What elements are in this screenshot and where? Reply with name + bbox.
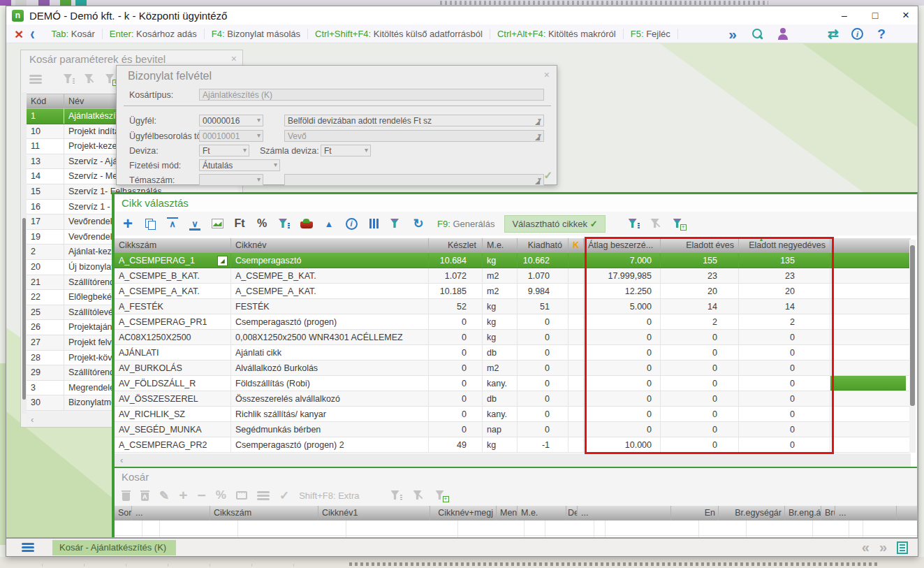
filter-clear-icon[interactable] [84,73,96,85]
menu-icon[interactable] [257,491,270,500]
filter-clear-icon[interactable] [647,214,666,233]
triangle-up-icon[interactable]: ▲ [320,214,338,233]
column-header[interactable]: Cikkszám [210,506,318,520]
column-header[interactable]: Br.egységár [719,506,785,520]
cikk-row[interactable]: AV_ÖSSZESZEREL Összeszerelés alvállalkoz… [115,391,911,407]
deviza-field[interactable]: Ft▾ [199,145,249,156]
percent-icon[interactable]: % [216,488,226,502]
valaszthato-cikkek-button[interactable]: Választható cikkek ✓ [504,215,605,233]
basket-icon[interactable] [298,214,316,233]
ft-icon[interactable]: Ft [230,214,249,233]
temaszam-name-field[interactable]: ▾◢ [284,174,544,186]
delete-icon[interactable] [122,490,131,501]
besorolas-code-field[interactable]: 00010001▾◢ [199,130,263,142]
column-header[interactable]: Átlag beszerzé... [584,238,661,253]
filter-detail-icon[interactable] [63,73,75,85]
horizontal-scrollbar[interactable]: ‹ [115,453,911,467]
column-header[interactable]: Bruttó é... [821,506,835,520]
close-icon[interactable]: × [544,69,550,80]
column-header[interactable]: Cikknév+megj [430,506,497,520]
info-icon[interactable]: i [851,28,863,40]
toolbar-shortcut[interactable]: Tab: Kosár [45,29,103,39]
cikk-row[interactable]: AV_SEGÉD_MUNKA Segédmunkás bérben 0 nap … [115,422,911,437]
column-header[interactable]: Eladott negyedéves [739,238,830,253]
cancel-icon[interactable]: × [15,27,23,41]
minimize-button[interactable]: – [838,10,851,21]
besorolas-name-field[interactable]: Vevő▾◢ [284,130,544,142]
cikk-row[interactable]: A_CSEMPE_B_KAT. A_CSEMPE_B_KAT. 1.072 m2… [115,268,911,284]
cikk-row[interactable]: A_CSEMPERAG_1 Csemperagasztó 10.684 kg 1… [115,253,911,268]
column-header-kod[interactable]: Kód [27,94,64,108]
document-icon[interactable] [897,541,908,554]
menu-icon[interactable] [29,75,42,84]
filter-detail-icon[interactable] [625,214,643,233]
user-icon[interactable] [776,27,790,41]
scrollbar-thumb[interactable] [22,218,26,400]
generate-shortcut-label[interactable]: F9: Generálás [437,219,494,229]
toolbar-shortcut[interactable]: Ctrl+Shift+F4: Kitöltés külső adatforrás… [308,29,490,39]
scrollbar-thumb[interactable] [910,245,915,406]
column-header[interactable] [890,506,897,520]
toolbar-shortcut[interactable]: F4: Bizonylat másolás [205,29,308,39]
scroll-left-arrow-icon[interactable]: ‹ [31,414,34,425]
filter-add-icon[interactable]: + [670,214,688,233]
filter-clear-icon[interactable] [413,490,425,501]
search-icon[interactable] [751,27,765,41]
column-header[interactable]: Dev [566,506,578,520]
column-header[interactable]: Cikknév [231,238,429,253]
vertical-scrollbar[interactable] [909,240,916,453]
edit-icon[interactable]: ✎ [159,488,169,503]
menu-icon[interactable] [22,543,34,552]
apps-grid-icon[interactable] [801,27,815,41]
filter-detail-icon[interactable] [275,214,293,233]
cikk-row[interactable]: A_CSEMPE_A_KAT. A_CSEMPE_A_KAT. 10.185 m… [115,284,911,299]
filter-add-icon[interactable]: + [435,490,448,501]
column-header-nev[interactable]: Név [64,94,84,108]
column-header[interactable]: Mennyiség [497,506,518,520]
percent-icon[interactable]: % [253,214,271,233]
add-icon[interactable]: + [119,214,137,233]
cikk-row[interactable]: AV_RICHLIK_SZ Richlik szállítás/ kanyar … [115,407,911,422]
close-button[interactable]: × [900,8,912,22]
kosar-empty-row[interactable] [115,520,918,536]
confirm-icon[interactable]: ✓ [279,488,289,503]
column-header[interactable]: ... [578,506,671,520]
column-header[interactable]: En [671,506,719,520]
column-header[interactable]: ... [132,506,210,520]
column-header[interactable]: ... [835,506,890,520]
column-header[interactable]: Cikkszám [115,238,231,253]
confirm-check-icon[interactable]: ✓ [543,169,552,182]
toolbar-shortcut[interactable]: F5: Fejléc [624,29,678,39]
cikk-row[interactable]: A_CSEMPERAG_PR1 Csemperagasztó (progen) … [115,314,911,330]
cikk-row[interactable]: AV_BURKOLÁS Alvállalkozó Burkolás 0 m2 0… [115,361,911,376]
cikk-row[interactable]: AJÁNLATI Ajánlati cikk 0 db 0 0 0 0 [115,345,911,361]
column-header[interactable]: K [569,238,584,253]
column-header[interactable]: Készlet [429,238,483,253]
columns-icon[interactable] [365,214,383,233]
column-header[interactable]: M.e. [483,238,518,253]
expand-double-chevron-icon[interactable]: » [726,27,740,41]
add-icon[interactable]: + [179,487,187,504]
cikk-row[interactable]: A_CSEMPERAG_PR2 Csemperagasztó (progen) … [115,437,911,453]
column-header[interactable]: M.e. [518,506,566,520]
copy-icon[interactable] [141,214,159,233]
cikk-row[interactable]: AC08X1250X2500 0,008X1250x2500 WNR4301 A… [115,330,911,345]
scroll-top-icon[interactable]: ∧ [163,214,182,233]
ugyfel-name-field[interactable]: Belföldi devizában adott rendelés Ft sz▾… [284,115,544,126]
szamla-deviza-field[interactable]: Ft▾ [321,145,371,156]
transfer-arrows-icon[interactable]: ⇄ [826,27,840,41]
back-chevron-icon[interactable]: ‹ [30,24,34,43]
toolbar-shortcut[interactable]: Enter: Kosárhoz adás [103,29,205,39]
kosartipus-field[interactable]: Ajánlatkészítés (K) [199,89,544,101]
box-dots-icon[interactable] [236,491,247,500]
subtract-icon[interactable]: − [198,487,206,504]
cikk-row[interactable]: AV_FÖLDSZÁLL_R Földszállítás (Robi) 0 ka… [115,376,911,391]
help-icon[interactable]: ? [874,27,888,41]
chart-icon[interactable] [208,214,226,233]
maximize-button[interactable]: □ [869,10,881,21]
column-header[interactable]: Br.eng.ár [785,506,821,520]
refresh-icon[interactable]: ↻ [409,214,427,233]
temaszam-code-field[interactable]: ▾◢ [199,174,263,186]
filter-icon[interactable] [387,214,405,233]
nav-left-icon[interactable]: « [862,539,870,555]
